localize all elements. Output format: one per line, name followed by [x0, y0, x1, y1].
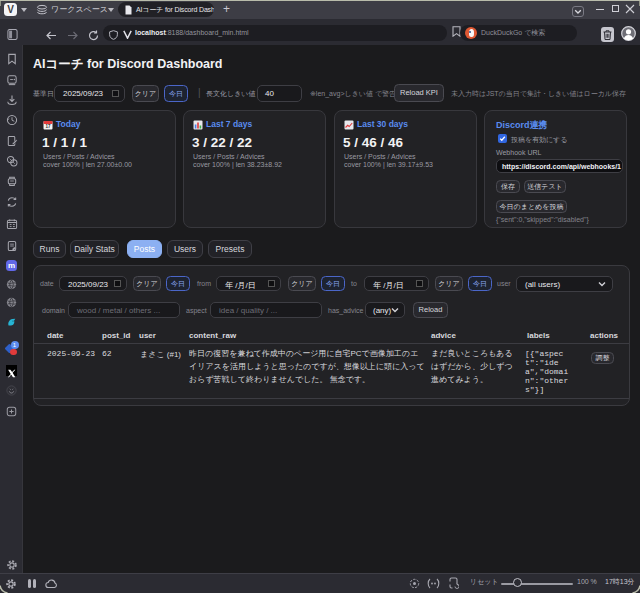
svg-text:17: 17 [45, 124, 51, 129]
